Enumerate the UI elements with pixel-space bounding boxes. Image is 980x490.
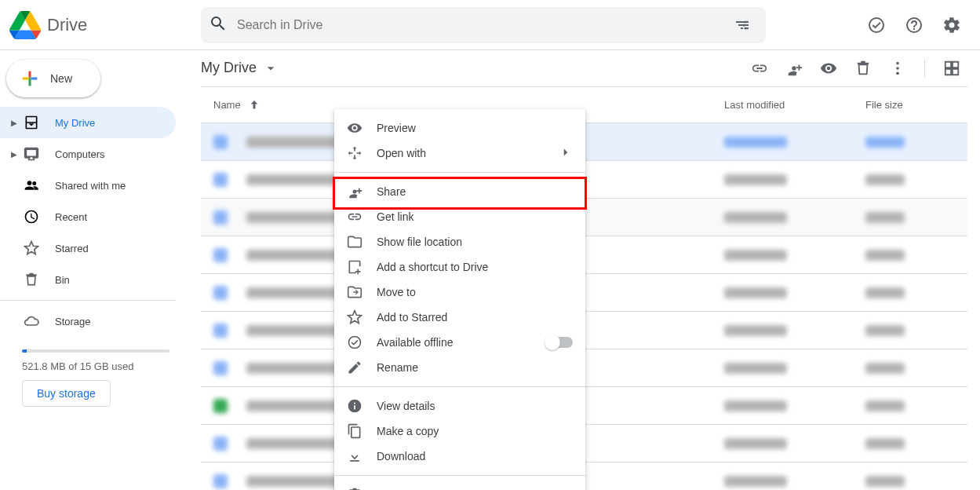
shortcut-icon bbox=[347, 259, 362, 275]
context-menu: Preview Open with Share Get link Show fi… bbox=[334, 109, 585, 490]
svg-point-5 bbox=[896, 71, 899, 75]
ctx-available-offline[interactable]: Available offline bbox=[334, 330, 585, 355]
sidebar-item-label: Recent bbox=[55, 211, 87, 223]
offline-toggle[interactable] bbox=[546, 337, 573, 348]
ctx-view-details[interactable]: View details bbox=[334, 393, 585, 419]
storage-block: 521.8 MB of 15 GB used Buy storage bbox=[0, 337, 188, 407]
share-icon[interactable] bbox=[778, 53, 810, 84]
ctx-remove[interactable]: Remove bbox=[334, 482, 585, 490]
get-link-icon[interactable] bbox=[744, 53, 775, 84]
buy-storage-button[interactable]: Buy storage bbox=[22, 380, 111, 407]
main-header: My Drive bbox=[201, 50, 967, 87]
my-drive-icon bbox=[22, 113, 41, 132]
sidebar: New ▶ My Drive ▶ Computers Shared with m… bbox=[0, 50, 188, 490]
dropdown-icon bbox=[263, 60, 279, 76]
sidebar-item-storage[interactable]: Storage bbox=[0, 305, 176, 337]
help-icon[interactable] bbox=[898, 9, 930, 41]
offline-icon bbox=[347, 335, 362, 350]
plus-icon bbox=[19, 68, 41, 90]
delete-icon[interactable] bbox=[847, 53, 879, 84]
sidebar-item-recent[interactable]: Recent bbox=[0, 201, 176, 232]
sidebar-item-label: My Drive bbox=[55, 117, 95, 129]
offline-ready-icon[interactable] bbox=[861, 9, 892, 41]
app-header: Drive bbox=[0, 0, 980, 50]
header-actions bbox=[837, 9, 967, 41]
ctx-get-link[interactable]: Get link bbox=[334, 204, 585, 229]
ctx-share[interactable]: Share bbox=[334, 179, 585, 204]
open-with-icon bbox=[347, 145, 362, 161]
settings-gear-icon[interactable] bbox=[936, 9, 967, 41]
info-icon bbox=[347, 398, 362, 414]
more-icon[interactable] bbox=[882, 53, 913, 84]
sidebar-item-label: Computers bbox=[55, 148, 105, 160]
sidebar-item-computers[interactable]: ▶ Computers bbox=[0, 138, 176, 170]
grid-view-icon[interactable] bbox=[936, 53, 967, 84]
star-icon bbox=[22, 239, 41, 258]
svg-point-1 bbox=[742, 24, 745, 26]
shared-icon bbox=[22, 176, 41, 195]
folder-icon bbox=[347, 234, 362, 250]
recent-icon bbox=[22, 207, 41, 226]
star-icon bbox=[347, 309, 362, 325]
new-button-label: New bbox=[50, 72, 72, 85]
sidebar-item-my-drive[interactable]: ▶ My Drive bbox=[0, 107, 176, 138]
ctx-rename[interactable]: Rename bbox=[334, 355, 585, 380]
person-add-icon bbox=[347, 184, 362, 199]
breadcrumb-label: My Drive bbox=[201, 60, 257, 76]
ctx-preview[interactable]: Preview bbox=[334, 115, 585, 141]
sidebar-item-label: Storage bbox=[55, 316, 91, 327]
sidebar-item-shared[interactable]: Shared with me bbox=[0, 170, 176, 201]
preview-eye-icon[interactable] bbox=[813, 53, 844, 84]
ctx-make-copy[interactable]: Make a copy bbox=[334, 419, 585, 444]
search-bar[interactable] bbox=[201, 7, 766, 43]
pencil-icon bbox=[347, 360, 362, 375]
ctx-download[interactable]: Download bbox=[334, 444, 585, 469]
app-name: Drive bbox=[47, 15, 87, 35]
computers-icon bbox=[22, 144, 41, 163]
link-icon bbox=[347, 209, 362, 225]
expand-icon[interactable]: ▶ bbox=[6, 150, 22, 159]
sidebar-item-bin[interactable]: Bin bbox=[0, 264, 176, 295]
trash-icon bbox=[22, 270, 41, 289]
column-modified[interactable]: Last modified bbox=[724, 99, 865, 111]
item-actions bbox=[744, 53, 967, 84]
move-icon bbox=[347, 284, 362, 300]
chevron-right-icon bbox=[559, 145, 573, 162]
download-icon bbox=[347, 448, 362, 464]
ctx-add-starred[interactable]: Add to Starred bbox=[334, 305, 585, 330]
breadcrumb[interactable]: My Drive bbox=[201, 60, 279, 76]
new-button[interactable]: New bbox=[6, 60, 100, 97]
sort-arrow-up-icon bbox=[247, 98, 261, 112]
sidebar-item-starred[interactable]: Starred bbox=[0, 232, 176, 264]
drive-logo-icon bbox=[9, 9, 41, 41]
main-panel: My Drive Name Last modified File size bbox=[188, 50, 980, 490]
sidebar-item-label: Shared with me bbox=[55, 180, 126, 192]
copy-icon bbox=[347, 423, 362, 439]
trash-icon bbox=[347, 487, 362, 490]
sidebar-item-label: Bin bbox=[55, 274, 70, 286]
ctx-show-location[interactable]: Show file location bbox=[334, 229, 585, 254]
svg-point-4 bbox=[896, 67, 899, 70]
expand-icon[interactable]: ▶ bbox=[6, 119, 22, 127]
search-options-icon[interactable] bbox=[727, 9, 758, 41]
ctx-add-shortcut[interactable]: Add a shortcut to Drive bbox=[334, 254, 585, 280]
eye-icon bbox=[347, 120, 362, 136]
search-icon bbox=[209, 14, 228, 35]
search-input[interactable] bbox=[235, 17, 727, 33]
logo-block[interactable]: Drive bbox=[9, 9, 198, 41]
svg-point-2 bbox=[744, 27, 746, 29]
cloud-icon bbox=[22, 312, 41, 331]
svg-point-3 bbox=[896, 62, 899, 65]
ctx-open-with[interactable]: Open with bbox=[334, 141, 585, 166]
column-size[interactable]: File size bbox=[865, 99, 967, 111]
storage-bar bbox=[22, 349, 169, 353]
storage-used-text: 521.8 MB of 15 GB used bbox=[22, 360, 169, 372]
sidebar-item-label: Starred bbox=[55, 243, 89, 254]
ctx-move-to[interactable]: Move to bbox=[334, 280, 585, 305]
svg-point-0 bbox=[744, 20, 746, 23]
